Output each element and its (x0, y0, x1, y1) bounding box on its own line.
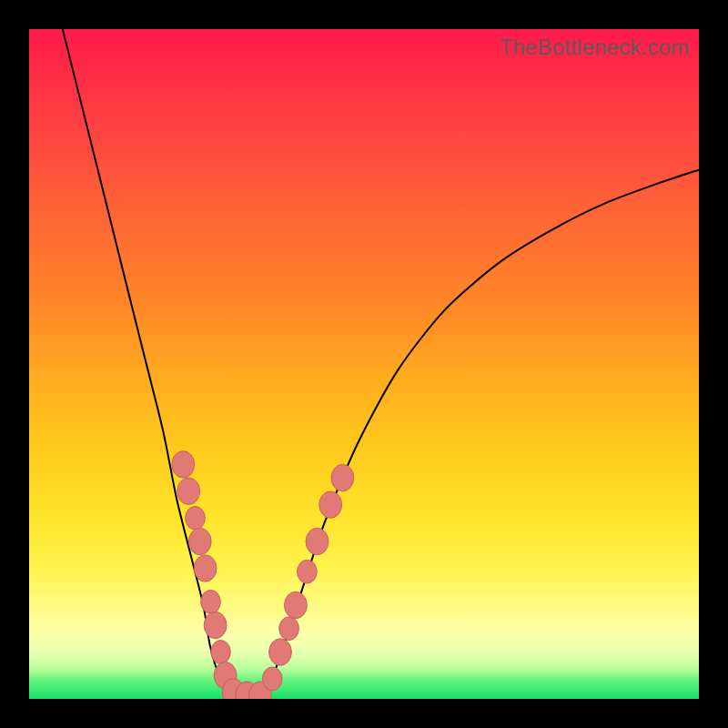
outer-frame: TheBottleneck.com (0, 0, 728, 728)
bead (262, 667, 282, 691)
plot-area: TheBottleneck.com (29, 29, 699, 699)
beads-right (262, 464, 353, 690)
bead (188, 528, 211, 554)
beads-left (172, 451, 271, 699)
bead (204, 612, 227, 638)
bead (177, 478, 200, 504)
bead (279, 617, 299, 641)
bead (269, 639, 292, 665)
bottleneck-curve (63, 29, 699, 699)
chart-svg (29, 29, 699, 699)
bead (298, 560, 318, 583)
bead (319, 491, 342, 518)
bead (194, 555, 217, 581)
bead (285, 592, 308, 618)
bead (201, 590, 221, 613)
bead (172, 451, 195, 478)
bead (306, 528, 329, 554)
bead (331, 464, 354, 490)
bead (186, 506, 206, 530)
bead (211, 641, 231, 664)
